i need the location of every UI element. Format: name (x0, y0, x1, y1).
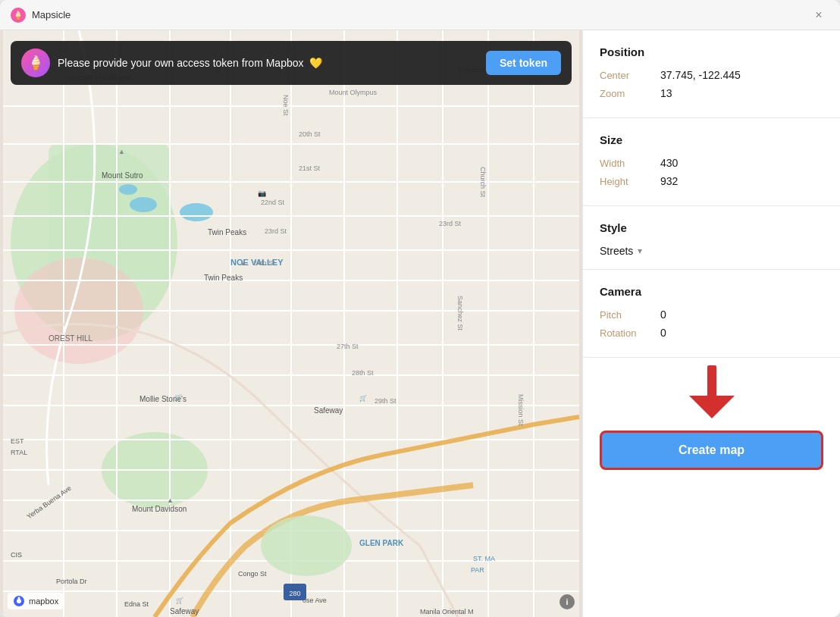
svg-rect-87 (707, 365, 716, 397)
mapbox-label: mapbox (29, 597, 58, 606)
app-window: 🍦 Mapsicle × (0, 0, 840, 617)
arrow-annotation (583, 358, 840, 423)
map-info-button[interactable]: i (559, 594, 575, 609)
svg-text:PAR: PAR (471, 566, 484, 574)
mapsicle-logo-banner: 🍦 (21, 49, 50, 77)
svg-text:23rd St: 23rd St (439, 220, 462, 227)
center-label: Center (600, 70, 660, 81)
svg-text:EST: EST (11, 437, 24, 445)
svg-text:▲: ▲ (118, 148, 125, 155)
zoom-value: 13 (660, 87, 672, 99)
style-section: Style Streets ▾ (583, 206, 840, 270)
svg-text:Mount Davidson: Mount Davidson (132, 505, 186, 513)
svg-text:Edna St: Edna St (124, 600, 149, 608)
map-area[interactable]: NOE VALLEY OREST HILL EST RTAL GLEN PARK… (0, 30, 582, 617)
svg-text:RTAL: RTAL (11, 449, 27, 456)
svg-text:🍦: 🍦 (13, 10, 24, 20)
width-label: Width (600, 158, 660, 169)
svg-text:Twin Peaks: Twin Peaks (208, 228, 246, 236)
center-value: 37.745, -122.445 (660, 69, 741, 81)
svg-text:22nd St: 22nd St (261, 199, 285, 206)
svg-text:28th St: 28th St (352, 369, 374, 377)
svg-text:29th St: 29th St (375, 397, 396, 405)
width-value: 430 (660, 157, 678, 169)
svg-text:Mission St: Mission St (517, 394, 525, 426)
svg-text:23rd St: 23rd St (265, 227, 287, 235)
svg-text:Sanchez St: Sanchez St (456, 296, 464, 331)
svg-text:🛒: 🛒 (359, 394, 367, 402)
main-content: NOE VALLEY OREST HILL EST RTAL GLEN PARK… (0, 30, 840, 617)
svg-text:Safeway: Safeway (170, 607, 199, 615)
set-token-button[interactable]: Set token (486, 51, 561, 75)
pitch-field-row: Pitch 0 (600, 308, 823, 321)
svg-text:Noe St: Noe St (282, 95, 290, 116)
svg-text:280: 280 (289, 590, 300, 597)
svg-point-7 (180, 203, 213, 221)
svg-text:Twin Peaks: Twin Peaks (204, 274, 243, 282)
style-value: Streets (600, 245, 633, 257)
mapbox-watermark: mapbox (8, 593, 64, 609)
height-field-row: Height 932 (600, 175, 823, 187)
titlebar: 🍦 Mapsicle × (0, 0, 840, 30)
size-section: Size Width 430 Height 932 (583, 118, 840, 206)
style-title: Style (600, 221, 823, 234)
svg-text:🛒: 🛒 (176, 597, 183, 604)
style-dropdown[interactable]: Streets ▾ (600, 245, 823, 257)
width-field-row: Width 430 (600, 157, 823, 169)
rotation-value: 0 (660, 327, 666, 339)
svg-text:Portola Dr: Portola Dr (56, 578, 87, 585)
svg-text:Mount Olympus: Mount Olympus (329, 89, 378, 96)
svg-text:▲: ▲ (240, 259, 247, 267)
svg-text:📷: 📷 (258, 189, 267, 198)
svg-text:20th St: 20th St (299, 130, 321, 138)
pitch-value: 0 (660, 308, 666, 321)
rotation-field-row: Rotation 0 (600, 327, 823, 339)
camera-title: Camera (600, 285, 823, 298)
app-logo: 🍦 (11, 8, 26, 23)
red-arrow-icon (689, 365, 735, 418)
svg-text:GLEN PARK: GLEN PARK (359, 539, 404, 547)
token-banner: 🍦 Please provide your own access token f… (11, 41, 572, 85)
height-label: Height (600, 176, 660, 187)
svg-text:Congo St: Congo St (238, 570, 267, 578)
pitch-label: Pitch (600, 309, 660, 321)
height-value: 932 (660, 175, 678, 187)
position-section: Position Center 37.745, -122.445 Zoom 13 (583, 30, 840, 118)
zoom-label: Zoom (600, 88, 660, 99)
svg-text:Mount Sutro: Mount Sutro (102, 171, 143, 180)
svg-marker-88 (689, 396, 735, 418)
camera-section: Camera Pitch 0 Rotation 0 (583, 270, 840, 358)
position-title: Position (600, 45, 823, 58)
mapbox-logo-icon (13, 595, 25, 607)
create-map-section: Create map (583, 423, 840, 484)
banner-text: Please provide your own access token fro… (58, 57, 478, 69)
sidebar: Position Center 37.745, -122.445 Zoom 13… (582, 30, 840, 617)
close-button[interactable]: × (808, 5, 829, 26)
svg-text:Church St: Church St (479, 167, 487, 198)
svg-text:Manila Oriental M: Manila Oriental M (420, 608, 474, 615)
center-field-row: Center 37.745, -122.445 (600, 69, 823, 81)
svg-text:27th St: 27th St (337, 343, 359, 350)
svg-point-6 (130, 197, 157, 212)
svg-text:Safeway: Safeway (314, 406, 343, 415)
svg-point-36 (261, 515, 352, 576)
svg-text:24th St: 24th St (253, 259, 275, 267)
svg-text:▲: ▲ (167, 496, 174, 504)
map-svg: NOE VALLEY OREST HILL EST RTAL GLEN PARK… (0, 30, 582, 617)
svg-text:21st St: 21st St (299, 164, 321, 172)
svg-point-86 (18, 597, 20, 600)
app-title: Mapsicle (32, 9, 808, 20)
svg-point-85 (17, 599, 21, 603)
banner-emoji: 💛 (309, 57, 322, 69)
zoom-field-row: Zoom 13 (600, 87, 823, 99)
svg-text:CIS: CIS (11, 551, 22, 559)
svg-text:🛒: 🛒 (174, 393, 182, 401)
svg-point-8 (119, 184, 137, 195)
svg-text:ST. MA: ST. MA (473, 555, 495, 562)
chevron-down-icon: ▾ (638, 246, 642, 256)
rotation-label: Rotation (600, 327, 660, 339)
svg-text:OREST HILL: OREST HILL (49, 334, 93, 343)
create-map-button[interactable]: Create map (600, 431, 823, 470)
size-title: Size (600, 133, 823, 146)
